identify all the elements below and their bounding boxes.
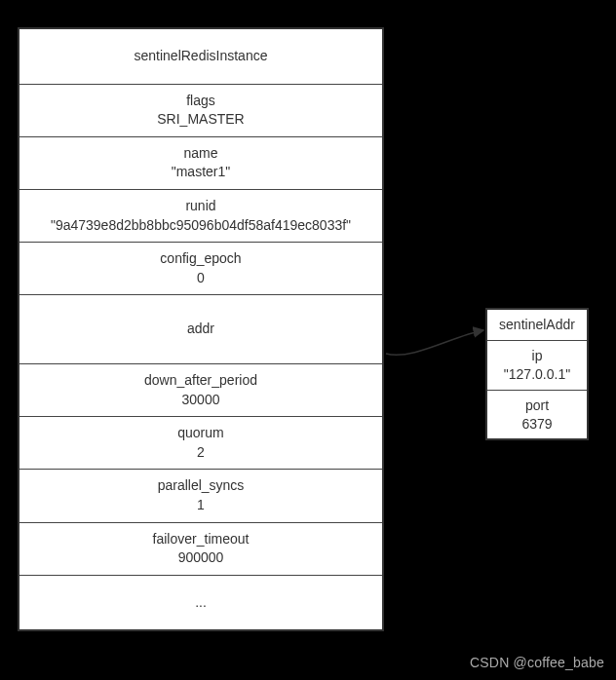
table-row: flags SRI_MASTER xyxy=(19,85,382,137)
table-row: ip "127.0.0.1" xyxy=(487,341,587,391)
watermark: CSDN @coffee_babe xyxy=(470,655,604,670)
main-title: sentinelRedisInstance xyxy=(135,47,268,66)
table-row: name "master1" xyxy=(19,137,382,190)
table-row: down_after_period 30000 xyxy=(19,364,382,417)
field-label: runid xyxy=(185,197,215,216)
field-label: addr xyxy=(187,320,214,339)
main-table-header: sentinelRedisInstance xyxy=(19,29,382,85)
field-label: ip xyxy=(532,347,543,365)
ellipsis: ... xyxy=(195,593,207,613)
field-value: "master1" xyxy=(172,163,231,182)
field-value: "9a4739e8d2bb8bbc95096b04df58af419ec8033… xyxy=(51,216,351,236)
field-label: config_epoch xyxy=(160,249,241,269)
table-row: runid "9a4739e8d2bb8bbc95096b04df58af419… xyxy=(19,190,382,243)
field-label: failover_timeout xyxy=(153,530,250,549)
field-value: "127.0.0.1" xyxy=(504,365,570,384)
field-value: 2 xyxy=(197,443,205,463)
pointer-arrow-icon xyxy=(384,326,487,365)
side-table-header: sentinelAddr xyxy=(487,310,587,341)
sentinel-addr-table: sentinelAddr ip "127.0.0.1" port 6379 xyxy=(485,308,589,440)
table-row: port 6379 xyxy=(487,391,587,439)
table-row-ellipsis: ... xyxy=(19,576,382,630)
field-label: name xyxy=(183,144,217,164)
field-value: 900000 xyxy=(178,548,224,568)
table-row: quorum 2 xyxy=(19,417,382,470)
table-row: config_epoch 0 xyxy=(19,243,382,295)
field-label: down_after_period xyxy=(144,371,257,391)
table-row: parallel_syncs 1 xyxy=(19,470,382,522)
field-label: quorum xyxy=(177,424,223,443)
field-label: flags xyxy=(186,92,215,111)
field-label: parallel_syncs xyxy=(158,476,245,496)
field-label: port xyxy=(525,397,549,415)
table-row: failover_timeout 900000 xyxy=(19,523,382,576)
side-title: sentinelAddr xyxy=(499,316,575,334)
table-row-addr: addr xyxy=(19,295,382,364)
sentinel-redis-instance-table: sentinelRedisInstance flags SRI_MASTER n… xyxy=(18,27,384,631)
field-value: SRI_MASTER xyxy=(157,110,244,130)
field-value: 30000 xyxy=(182,391,220,410)
field-value: 0 xyxy=(197,269,205,288)
field-value: 1 xyxy=(197,496,205,515)
field-value: 6379 xyxy=(521,415,552,434)
